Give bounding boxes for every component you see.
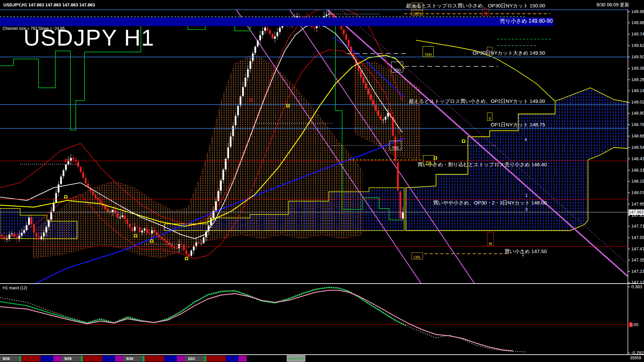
omega-marker: Ω — [133, 233, 138, 238]
six-box: 6 — [487, 113, 492, 121]
symbol-title: USDJPY,H1 147.863 147.863 147.863 147.86… — [3, 3, 95, 7]
anno-150: 超えるとストップロス買い小さめ、OP30日NYカット 150.00 — [406, 3, 545, 8]
price-tick-147.355: 147.355 — [631, 258, 644, 262]
price-tick-149.260: 149.260 — [631, 77, 644, 82]
anno-14950: OP30日NYカット大きめ 149.50 — [473, 50, 545, 55]
price-tick-149.740: 149.740 — [631, 32, 644, 36]
omega-marker: Ω — [433, 155, 437, 161]
price-tick-148.665: 148.665 — [631, 134, 644, 138]
omega-marker: Ω — [64, 158, 68, 163]
price-tick-148.785: 148.785 — [631, 122, 644, 127]
omega-marker: Ω — [150, 238, 154, 244]
price-tick-149.500: 149.500 — [631, 55, 644, 59]
price-tick-147.595: 147.595 — [631, 235, 644, 240]
price-tick-148.190: 148.190 — [631, 179, 644, 183]
timeline-seg-magenta — [53, 356, 62, 362]
omega-marker: Ω — [462, 138, 466, 144]
ydh-box: YDH — [423, 46, 434, 57]
timeline-seg-red — [83, 356, 102, 362]
bars-count-label: 35959 — [630, 356, 641, 360]
count-digit-2: 2 — [522, 252, 524, 257]
lwh-box: LWH — [412, 10, 423, 16]
macd-indicator-label: H1 macd (12) — [3, 286, 27, 290]
price-tick-147.715: 147.715 — [631, 224, 644, 228]
omega-marker: Ω — [64, 194, 68, 199]
macd-pane[interactable] — [0, 287, 527, 352]
timeline-seg-blue — [41, 356, 53, 362]
mt4-chart-window: USDJPY,H1 147.863 147.863 147.863 147.86… — [0, 0, 644, 362]
timeline-date-9/26: 9/26 — [3, 357, 10, 361]
anno-1475: 買い小さめ 147.50 — [504, 249, 547, 254]
omega-marker: Ω — [286, 103, 290, 108]
timeline-seg-red — [145, 356, 164, 362]
update-timestamp: 9/30 06:09 更新 — [596, 2, 629, 7]
omega-marker: Ω — [184, 255, 189, 261]
timeline-seg-red — [21, 356, 41, 362]
timeline-seg-red — [206, 356, 226, 362]
count-digit-1: 1 — [525, 193, 528, 198]
current-price-tag: 147.863 — [629, 209, 644, 215]
wd-box: W — [487, 232, 494, 246]
price-tick-148.545: 148.545 — [631, 145, 644, 149]
price-tick-149.145: 149.145 — [631, 88, 644, 93]
timeline-seg-blue — [226, 356, 238, 362]
price-tick-148.430: 148.430 — [631, 157, 644, 161]
price-tick-149.025: 149.025 — [631, 100, 644, 104]
macd-zero-label: 0.00 — [630, 322, 638, 327]
m-box: M — [482, 8, 489, 16]
sell-box: 売り — [412, 3, 423, 10]
timeline-date-9/30: 9/30 — [126, 357, 133, 361]
price-tick-149.860: 149.860 — [631, 20, 644, 25]
watermark-symbol: USDJPY H1 — [23, 26, 155, 49]
timeline-seg-blue — [102, 356, 115, 362]
price-chart-canvas[interactable] — [0, 0, 644, 362]
price-tick-147.475: 147.475 — [631, 247, 644, 251]
price-tick-147.235: 147.235 — [631, 269, 644, 274]
price-tick-147.950: 147.950 — [631, 202, 644, 206]
macd-tick-0.383: 0.383 — [631, 285, 642, 289]
count-digit-4: 4 — [525, 137, 527, 142]
omega-marker: Ω — [249, 97, 253, 103]
timeline-date-10/1: 10/1 — [188, 357, 195, 361]
anno-1484: 買い小さめ・割り込むとストップロス売り小さめ 148.40 — [418, 162, 547, 167]
timeline-seg-magenta — [177, 356, 185, 362]
macd-tick--0.292: -0.292 — [631, 351, 644, 355]
timeline-seg-magenta — [238, 356, 247, 362]
price-tick-149.980: 149.980 — [631, 9, 644, 14]
sell-zone-banner-label: 売り小さめ 149.80-90 — [500, 18, 553, 24]
timeline-seg-blue — [164, 356, 177, 362]
price-tick-149.380: 149.380 — [631, 66, 644, 70]
anno-14875: OP1日NYカット 148.75 — [491, 122, 545, 127]
lwl-box: LWL — [412, 252, 423, 259]
price-tick-148.070: 148.070 — [631, 190, 644, 195]
macd-toggle-button[interactable]: macd ON — [287, 355, 306, 362]
price-tick-148.905: 148.905 — [631, 111, 644, 115]
ydl-box: YDL — [423, 155, 434, 165]
ydc-box: YDC — [389, 141, 401, 150]
anno-148: 買いやや小さめ、OP30・2・3日NYカット 148.00 — [433, 200, 547, 205]
price-tick-148.310: 148.310 — [631, 168, 644, 172]
ydo-box: YDO — [391, 62, 403, 72]
marker-box — [487, 47, 492, 56]
anno-149: 超えるとストップロス買い小さめ、OP2日NYカット 149.00 — [409, 99, 545, 104]
timeline-seg-magenta — [115, 356, 123, 362]
plot-area[interactable] — [0, 7, 644, 301]
price-tick-149.620: 149.620 — [631, 43, 644, 48]
timeline-date-9/29: 9/29 — [64, 357, 71, 361]
count-digit-3: 3 — [525, 207, 528, 212]
